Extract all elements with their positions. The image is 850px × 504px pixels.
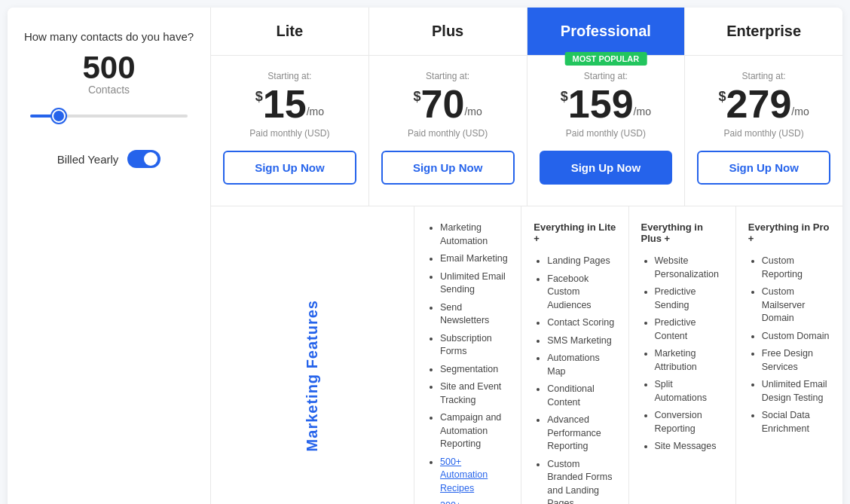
slider-wrapper <box>23 108 195 120</box>
feature-col-professional: Everything in Plus +Website Personalizat… <box>629 206 736 504</box>
price-row-plus: $70/mo <box>414 84 482 124</box>
plan-pricing-plus: Starting at:$70/moPaid monthly (USD)Sign… <box>369 56 527 206</box>
features-header-professional: Everything in Plus + <box>641 221 723 244</box>
most-popular-badge: MOST POPULAR <box>565 52 647 66</box>
top-section: LiteStarting at:$15/moPaid monthly (USD)… <box>211 8 842 206</box>
price-amount-professional: 159 <box>568 84 634 124</box>
marketing-features-label-col: Marketing Features <box>211 206 414 504</box>
plan-name-plus: Plus <box>432 23 463 40</box>
list-item: Unlimited Email Design Testing <box>762 378 830 405</box>
feature-list-lite: Marketing AutomationEmail MarketingUnlim… <box>427 221 509 504</box>
feature-col-lite: Marketing AutomationEmail MarketingUnlim… <box>414 206 521 504</box>
price-period-enterprise: /mo <box>791 105 809 118</box>
list-item: Send Newsletters <box>440 301 509 328</box>
signup-btn-enterprise[interactable]: Sign Up Now <box>697 151 830 185</box>
list-item[interactable]: 300+ Integrations <box>440 499 509 504</box>
plan-col-professional: ProfessionalMOST POPULARStarting at:$159… <box>527 8 686 206</box>
contacts-count: 500 <box>82 52 135 84</box>
list-item: Site Messages <box>655 440 723 454</box>
plan-header-enterprise: Enterprise <box>685 8 842 56</box>
list-item: Email Marketing <box>440 252 509 266</box>
feature-list-enterprise: Custom ReportingCustom Mailserver Domain… <box>748 255 830 435</box>
feature-list-plus: Landing PagesFacebook Custom AudiencesCo… <box>534 255 616 504</box>
signup-btn-lite[interactable]: Sign Up Now <box>223 151 356 185</box>
list-item: Custom Domain <box>762 330 830 344</box>
currency-plus: $ <box>414 89 421 105</box>
toggle-slider <box>127 150 161 168</box>
starting-at-plus: Starting at: <box>426 71 469 81</box>
plan-col-enterprise: EnterpriseStarting at:$279/moPaid monthl… <box>685 8 842 206</box>
paid-note-plus: Paid monthly (USD) <box>408 128 488 139</box>
list-item: Conversion Reporting <box>655 409 723 435</box>
list-item: Predictive Content <box>655 316 723 343</box>
list-item: Landing Pages <box>547 255 616 268</box>
plan-name-enterprise: Enterprise <box>726 23 801 40</box>
plan-name-professional: Professional <box>561 23 651 40</box>
currency-lite: $ <box>255 89 263 105</box>
list-item: Campaign and Automation Reporting <box>440 411 509 451</box>
signup-btn-professional[interactable]: Sign Up Now <box>540 151 673 185</box>
list-item: Marketing Attribution <box>655 347 723 374</box>
list-item: SMS Marketing <box>547 334 616 348</box>
price-period-lite: /mo <box>307 105 324 118</box>
pricing-columns: LiteStarting at:$15/moPaid monthly (USD)… <box>211 8 842 206</box>
price-amount-enterprise: 279 <box>726 84 792 124</box>
billed-row: Billed Yearly <box>57 150 161 168</box>
list-item: Split Automations <box>655 378 723 405</box>
list-item: Contact Scoring <box>547 316 616 330</box>
list-item: Automations Map <box>547 352 616 378</box>
signup-btn-plus[interactable]: Sign Up Now <box>381 151 515 185</box>
paid-note-lite: Paid monthly (USD) <box>249 128 329 139</box>
list-item: Unlimited Email Sending <box>440 270 509 297</box>
left-panel: How many contacts do you have? 500 Conta… <box>8 8 211 504</box>
plans-layout: LiteStarting at:$15/moPaid monthly (USD)… <box>211 8 842 504</box>
list-item: Website Personalization <box>655 255 723 281</box>
list-item: Advanced Performance Reporting <box>547 414 616 454</box>
features-header-enterprise: Everything in Pro + <box>748 221 830 244</box>
feature-list-professional: Website PersonalizationPredictive Sendin… <box>641 255 723 454</box>
list-item: Custom Branded Forms and Landing Pages <box>547 458 616 505</box>
features-columns: Marketing AutomationEmail MarketingUnlim… <box>414 206 842 504</box>
price-period-professional: /mo <box>634 105 651 118</box>
plan-col-lite: LiteStarting at:$15/moPaid monthly (USD)… <box>211 8 369 206</box>
feature-col-plus: Everything in Lite +Landing PagesFaceboo… <box>521 206 628 504</box>
features-header-plus: Everything in Lite + <box>534 221 616 244</box>
price-row-enterprise: $279/mo <box>719 84 809 124</box>
contacts-slider[interactable] <box>30 115 188 118</box>
feature-col-enterprise: Everything in Pro +Custom ReportingCusto… <box>736 206 842 504</box>
plan-header-professional: ProfessionalMOST POPULAR <box>527 8 685 56</box>
list-item: Segmentation <box>440 363 509 377</box>
plan-pricing-enterprise: Starting at:$279/moPaid monthly (USD)Sig… <box>685 56 842 206</box>
plan-pricing-professional: Starting at:$159/moPaid monthly (USD)Sig… <box>527 56 685 206</box>
currency-professional: $ <box>561 89 568 105</box>
list-item: Custom Reporting <box>762 255 830 281</box>
price-period-plus: /mo <box>464 105 482 118</box>
list-item: Site and Event Tracking <box>440 380 509 407</box>
plan-pricing-lite: Starting at:$15/moPaid monthly (USD)Sign… <box>211 56 368 206</box>
pricing-container: How many contacts do you have? 500 Conta… <box>8 8 842 504</box>
list-item: Predictive Sending <box>655 286 723 312</box>
list-item: Conditional Content <box>547 383 616 409</box>
starting-at-lite: Starting at: <box>268 71 311 81</box>
starting-at-professional: Starting at: <box>584 71 628 81</box>
currency-enterprise: $ <box>719 89 726 105</box>
list-item: Facebook Custom Audiences <box>547 273 616 313</box>
billed-yearly-toggle[interactable] <box>127 150 161 168</box>
price-row-professional: $159/mo <box>561 84 651 124</box>
price-row-lite: $15/mo <box>255 84 324 124</box>
starting-at-enterprise: Starting at: <box>742 71 786 81</box>
bottom-section: Marketing Features Marketing AutomationE… <box>211 206 842 504</box>
contacts-question: How many contacts do you have? <box>24 30 194 43</box>
marketing-features-label: Marketing Features <box>304 300 321 451</box>
list-item[interactable]: 500+ Automation Recipes <box>440 456 509 496</box>
list-item: Marketing Automation <box>440 221 509 248</box>
price-amount-plus: 70 <box>421 84 465 124</box>
paid-note-enterprise: Paid monthly (USD) <box>724 128 804 139</box>
list-item: Social Data Enrichment <box>762 409 830 435</box>
contacts-label: Contacts <box>88 84 130 96</box>
paid-note-professional: Paid monthly (USD) <box>566 128 646 139</box>
billed-label: Billed Yearly <box>57 153 119 166</box>
list-item: Free Design Services <box>762 347 830 374</box>
plan-header-lite: Lite <box>211 8 368 56</box>
list-item: Custom Mailserver Domain <box>762 286 830 325</box>
